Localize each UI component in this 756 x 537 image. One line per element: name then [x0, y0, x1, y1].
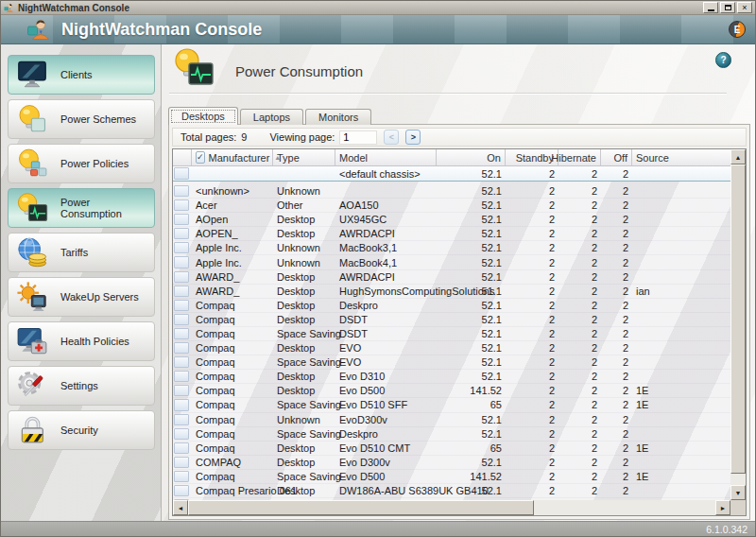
row-selector[interactable]: [173, 199, 192, 212]
scroll-up-icon[interactable]: ▲: [730, 149, 746, 165]
scroll-left-icon[interactable]: ◄: [173, 500, 188, 515]
row-selector[interactable]: [173, 241, 192, 254]
close-button[interactable]: ×: [737, 2, 752, 13]
table-row[interactable]: CompaqDesktopEvo D31052.1222: [173, 370, 730, 384]
previous-page-button[interactable]: <: [384, 130, 399, 145]
table-row[interactable]: Compaq Presario 061DesktopDW186A-ABU S63…: [173, 484, 730, 498]
table-row[interactable]: CompaqDesktopEvo D510 CMT652221E: [173, 442, 730, 456]
sidebar-item-security[interactable]: Security: [8, 410, 155, 450]
scroll-down-icon[interactable]: ▼: [730, 485, 746, 500]
table-row[interactable]: CompaqDesktopEVO52.1222: [173, 341, 730, 355]
table-row[interactable]: Apple Inc.UnknownMacBook3,152.1222: [173, 241, 730, 255]
row-selector[interactable]: [173, 341, 192, 355]
sidebar-item-label: Tariffs: [60, 247, 88, 258]
vertical-scroll-thumb[interactable]: [730, 165, 746, 474]
cell-hibernate: 2: [558, 228, 601, 239]
row-selector[interactable]: [173, 313, 192, 326]
cell-standby: 2: [506, 428, 558, 440]
vertical-scrollbar[interactable]: ▲ ▼: [730, 149, 746, 500]
sidebar-item-label: Health Policies: [60, 336, 129, 347]
column-header-on[interactable]: On: [437, 149, 506, 165]
tab-laptops[interactable]: Laptops: [240, 109, 303, 125]
row-selector[interactable]: [173, 299, 192, 312]
sidebar-item-settings[interactable]: Settings: [8, 366, 155, 406]
table-row[interactable]: CompaqDesktopDeskpro52.1222: [173, 299, 730, 313]
table-row[interactable]: COMPAQDesktopEvo D300v52.1222: [173, 456, 730, 470]
row-selector[interactable]: [173, 370, 192, 383]
cell-model: AWRDACPI: [335, 271, 437, 283]
row-selector[interactable]: [173, 184, 192, 198]
cell-hibernate: 2: [558, 300, 601, 311]
table-row[interactable]: Apple Inc.UnknownMacBook4,152.1222: [173, 255, 730, 269]
table-row[interactable]: AWARD_DesktopAWRDACPI52.1222: [173, 270, 730, 285]
row-selector[interactable]: [173, 398, 192, 411]
table-row[interactable]: CompaqDesktopEvo D500141.522221E: [173, 384, 730, 398]
cell-model: <default chassis>: [335, 168, 437, 180]
header-row-selector[interactable]: [173, 149, 192, 165]
table-row[interactable]: AcerOtherAOA15052.1222: [173, 199, 730, 213]
table-row[interactable]: CompaqSpace SavingDeskpro52.1222: [173, 427, 730, 442]
cell-type: Desktop: [273, 228, 335, 239]
row-selector[interactable]: [173, 270, 192, 284]
table-row[interactable]: <unknown>Unknown52.1222: [173, 184, 730, 199]
minimize-button[interactable]: [703, 2, 718, 13]
sidebar-item-wakeup-servers[interactable]: WakeUp Servers: [8, 277, 155, 317]
column-header-hibernate[interactable]: Hibernate: [558, 149, 601, 165]
table-row[interactable]: AOPEN_DesktopAWRDACPI52.1222: [173, 227, 730, 241]
row-selector[interactable]: [173, 484, 192, 497]
sidebar-item-label: Power Consumption: [60, 197, 154, 219]
horizontal-scrollbar[interactable]: ◄ ►: [173, 500, 730, 515]
cell-hibernate: 2: [558, 168, 601, 180]
sidebar-item-power-schemes[interactable]: Power Schemes: [8, 99, 155, 139]
cell-standby: 2: [506, 214, 558, 225]
table-row[interactable]: CompaqSpace SavingEVO52.1222: [173, 355, 730, 370]
column-header-source[interactable]: Source: [632, 149, 730, 165]
row-selector[interactable]: [173, 470, 192, 483]
titlebar[interactable]: NightWatchman Console ×: [1, 1, 755, 15]
cell-manufacturer: Apple Inc.: [192, 257, 273, 268]
row-selector[interactable]: [173, 166, 192, 181]
restore-button[interactable]: [720, 2, 735, 13]
sidebar-item-clients[interactable]: Clients: [8, 55, 155, 95]
column-header-off[interactable]: Off: [601, 149, 632, 165]
table-row[interactable]: CompaqSpace SavingEvo D510 SFF652221E: [173, 398, 730, 412]
table-row[interactable]: CompaqUnknownEvoD300v52.1222: [173, 413, 730, 427]
table-row[interactable]: AOpenDesktopUX945GC52.1222: [173, 213, 730, 227]
tab-monitors[interactable]: Monitors: [305, 109, 371, 125]
row-selector[interactable]: [173, 355, 192, 369]
row-selector[interactable]: [173, 227, 192, 240]
row-selector[interactable]: [173, 384, 192, 397]
sidebar-item-power-consumption[interactable]: Power Consumption: [8, 188, 155, 228]
sidebar-item-label: Security: [60, 424, 98, 436]
table-row[interactable]: <default chassis>52.1222: [173, 166, 730, 182]
row-selector[interactable]: [173, 413, 192, 426]
table-row[interactable]: CompaqDesktopDSDT52.1222: [173, 313, 730, 327]
row-selector[interactable]: [173, 327, 192, 340]
column-header-manufacturer[interactable]: ✓ Manufacturer ▲: [192, 149, 273, 165]
column-header-model[interactable]: Model: [335, 149, 437, 165]
row-selector[interactable]: [173, 285, 192, 298]
row-selector[interactable]: [173, 456, 192, 469]
table-row[interactable]: AWARD_DesktopHughSymonsComputingSolution…: [173, 285, 730, 299]
next-page-button[interactable]: >: [405, 130, 421, 145]
row-selector[interactable]: [173, 427, 192, 441]
row-selector[interactable]: [173, 213, 192, 226]
sidebar-item-power-policies[interactable]: Power Policies: [8, 144, 155, 183]
row-selector-box: [174, 399, 189, 410]
sidebar-item-tariffs[interactable]: Tariffs: [8, 233, 155, 272]
horizontal-scroll-thumb[interactable]: [188, 500, 534, 515]
column-select-dropdown-icon[interactable]: ✓: [196, 151, 205, 164]
table-row[interactable]: CompaqSpace SavingDSDT52.1222: [173, 327, 730, 341]
page-number-input[interactable]: [339, 130, 377, 145]
horizontal-scroll-track[interactable]: [534, 500, 715, 515]
sidebar-item-health-policies[interactable]: Health Policies: [8, 321, 155, 361]
help-icon[interactable]: ?: [715, 52, 731, 68]
scroll-right-icon[interactable]: ►: [715, 500, 730, 515]
row-selector[interactable]: [173, 255, 192, 268]
cell-type: Space Saving: [273, 428, 335, 440]
row-selector-box: [174, 242, 189, 253]
column-header-type[interactable]: Type: [273, 149, 335, 165]
row-selector[interactable]: [173, 442, 192, 455]
table-row[interactable]: CompaqSpace SavingEvo D500141.522221E: [173, 470, 730, 484]
tab-desktops[interactable]: Desktops: [168, 107, 238, 125]
